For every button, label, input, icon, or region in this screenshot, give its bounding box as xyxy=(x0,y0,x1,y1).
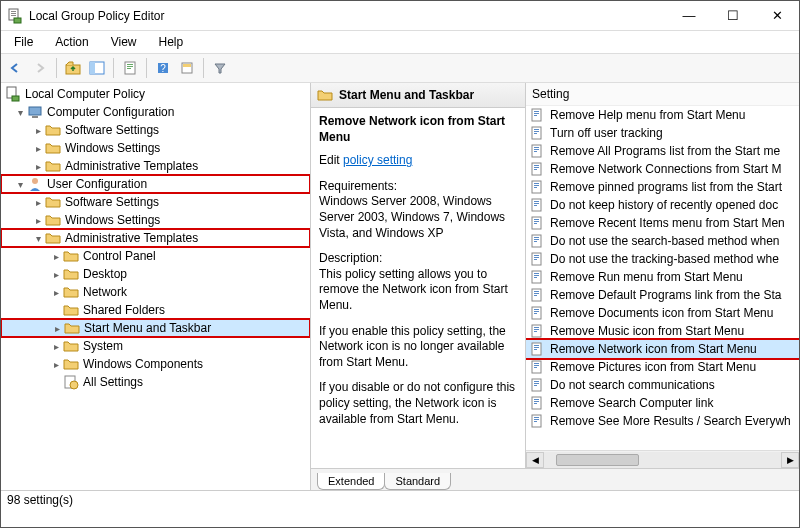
view-tabs: Extended Standard xyxy=(311,468,799,490)
tree-label: Windows Settings xyxy=(65,213,160,227)
properties-button[interactable] xyxy=(119,57,141,79)
setting-row[interactable]: Turn off user tracking xyxy=(526,124,799,142)
tree-user-configuration[interactable]: ▾ User Configuration xyxy=(1,175,310,193)
policy-item-icon xyxy=(530,360,544,374)
tab-standard[interactable]: Standard xyxy=(384,473,451,490)
scroll-right-button[interactable]: ▶ xyxy=(781,452,799,468)
svg-rect-40 xyxy=(534,183,539,184)
setting-row[interactable]: Remove Music icon from Start Menu xyxy=(526,322,799,340)
tree-control-panel[interactable]: ▸ Control Panel xyxy=(1,247,310,265)
tree-start-menu-taskbar[interactable]: ▸ Start Menu and Taskbar xyxy=(1,319,310,337)
tab-extended[interactable]: Extended xyxy=(317,473,385,490)
setting-row[interactable]: Remove pinned programs list from the Sta… xyxy=(526,178,799,196)
setting-row[interactable]: Do not use the search-based method when xyxy=(526,232,799,250)
svg-rect-4 xyxy=(14,18,21,23)
setting-row[interactable]: Do not keep history of recently opened d… xyxy=(526,196,799,214)
chevron-right-icon[interactable]: ▸ xyxy=(49,251,63,262)
tree-uc-admin-templates[interactable]: ▾ Administrative Templates xyxy=(1,229,310,247)
setting-row[interactable]: Remove All Programs list from the Start … xyxy=(526,142,799,160)
setting-row[interactable]: Remove Network Connections from Start M xyxy=(526,160,799,178)
setting-row[interactable]: Remove Network icon from Start Menu xyxy=(526,340,799,358)
tree-cc-software[interactable]: ▸ Software Settings xyxy=(1,121,310,139)
setting-label: Do not use the tracking-based method whe xyxy=(550,252,779,266)
tree-all-settings[interactable]: All Settings xyxy=(1,373,310,391)
up-folder-button[interactable] xyxy=(62,57,84,79)
close-button[interactable]: ✕ xyxy=(755,1,799,31)
setting-row[interactable]: Do not use the tracking-based method whe xyxy=(526,250,799,268)
svg-rect-32 xyxy=(534,147,539,148)
tree-shared-folders[interactable]: Shared Folders xyxy=(1,301,310,319)
chevron-right-icon[interactable]: ▸ xyxy=(49,341,63,352)
nav-back-button[interactable] xyxy=(5,57,27,79)
svg-rect-81 xyxy=(534,365,539,366)
tree-label: Windows Settings xyxy=(65,141,160,155)
menu-view[interactable]: View xyxy=(101,33,147,51)
tree-uc-windows[interactable]: ▸ Windows Settings xyxy=(1,211,310,229)
list-body[interactable]: Remove Help menu from Start MenuTurn off… xyxy=(526,106,799,450)
scroll-track[interactable] xyxy=(544,452,781,468)
chevron-right-icon[interactable]: ▸ xyxy=(49,359,63,370)
chevron-right-icon[interactable]: ▸ xyxy=(31,125,45,136)
svg-rect-82 xyxy=(534,367,537,368)
chevron-right-icon[interactable]: ▸ xyxy=(49,287,63,298)
tree-network[interactable]: ▸ Network xyxy=(1,283,310,301)
tree-label: Start Menu and Taskbar xyxy=(84,321,211,335)
chevron-down-icon[interactable]: ▾ xyxy=(13,107,27,118)
chevron-right-icon[interactable]: ▸ xyxy=(31,215,45,226)
tree-root[interactable]: Local Computer Policy xyxy=(1,85,310,103)
edit-policy-link[interactable]: policy setting xyxy=(343,153,412,167)
show-hide-tree-button[interactable] xyxy=(86,57,108,79)
tree-pane[interactable]: Local Computer Policy ▾ Computer Configu… xyxy=(1,83,311,490)
setting-row[interactable]: Remove Default Programs link from the St… xyxy=(526,286,799,304)
svg-rect-84 xyxy=(534,381,539,382)
policy-item-icon xyxy=(530,234,544,248)
tree-system[interactable]: ▸ System xyxy=(1,337,310,355)
settings-icon xyxy=(63,374,79,390)
maximize-button[interactable]: ☐ xyxy=(711,1,755,31)
tree-cc-admin-templates[interactable]: ▸ Administrative Templates xyxy=(1,157,310,175)
chevron-right-icon[interactable]: ▸ xyxy=(31,143,45,154)
svg-rect-77 xyxy=(534,347,539,348)
chevron-down-icon[interactable]: ▾ xyxy=(31,233,45,244)
policy-item-icon xyxy=(530,126,544,140)
chevron-right-icon[interactable]: ▸ xyxy=(31,161,45,172)
list-pane[interactable]: Setting Remove Help menu from Start Menu… xyxy=(526,83,799,468)
svg-rect-2 xyxy=(11,13,16,14)
help-button[interactable]: ? xyxy=(152,57,174,79)
tree-computer-configuration[interactable]: ▾ Computer Configuration xyxy=(1,103,310,121)
setting-row[interactable]: Remove Pictures icon from Start Menu xyxy=(526,358,799,376)
filter-button[interactable] xyxy=(209,57,231,79)
setting-row[interactable]: Remove Search Computer link xyxy=(526,394,799,412)
horizontal-scrollbar[interactable]: ◀ ▶ xyxy=(526,450,799,468)
svg-rect-86 xyxy=(534,385,537,386)
list-column-header[interactable]: Setting xyxy=(526,83,799,106)
menu-help[interactable]: Help xyxy=(149,33,194,51)
setting-row[interactable]: Remove Run menu from Start Menu xyxy=(526,268,799,286)
detail-header: Start Menu and Taskbar xyxy=(311,83,525,108)
folder-icon xyxy=(63,302,79,318)
tree-cc-windows[interactable]: ▸ Windows Settings xyxy=(1,139,310,157)
chevron-right-icon[interactable]: ▸ xyxy=(31,197,45,208)
chevron-right-icon[interactable]: ▸ xyxy=(49,269,63,280)
minimize-button[interactable]: — xyxy=(667,1,711,31)
scroll-thumb[interactable] xyxy=(556,454,639,466)
menu-action[interactable]: Action xyxy=(45,33,98,51)
scroll-left-button[interactable]: ◀ xyxy=(526,452,544,468)
setting-row[interactable]: Remove See More Results / Search Everywh xyxy=(526,412,799,430)
computer-icon xyxy=(27,104,43,120)
window-title: Local Group Policy Editor xyxy=(29,9,667,23)
setting-row[interactable]: Remove Documents icon from Start Menu xyxy=(526,304,799,322)
chevron-down-icon[interactable]: ▾ xyxy=(13,179,27,190)
tree-windows-components[interactable]: ▸ Windows Components xyxy=(1,355,310,373)
setting-row[interactable]: Do not search communications xyxy=(526,376,799,394)
setting-row[interactable]: Remove Help menu from Start Menu xyxy=(526,106,799,124)
nav-forward-button[interactable] xyxy=(29,57,51,79)
policy-item-icon xyxy=(530,414,544,428)
tree-desktop[interactable]: ▸ Desktop xyxy=(1,265,310,283)
filter-options-button[interactable] xyxy=(176,57,198,79)
menu-file[interactable]: File xyxy=(4,33,43,51)
setting-row[interactable]: Remove Recent Items menu from Start Men xyxy=(526,214,799,232)
chevron-right-icon[interactable]: ▸ xyxy=(50,323,64,334)
tree-uc-software[interactable]: ▸ Software Settings xyxy=(1,193,310,211)
tree-label: User Configuration xyxy=(47,177,147,191)
